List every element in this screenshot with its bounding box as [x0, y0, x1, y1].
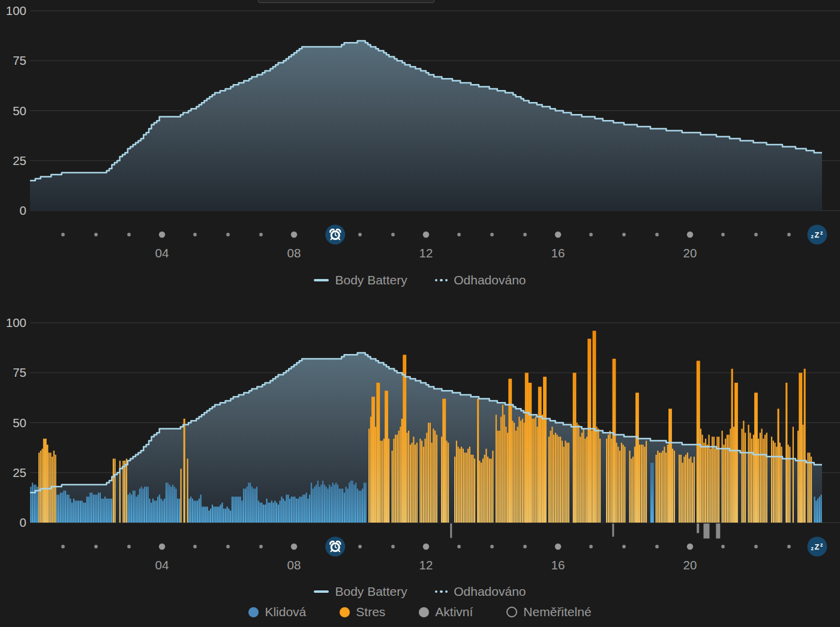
y-axis-label: 50	[13, 104, 26, 118]
hour-dot	[423, 232, 429, 238]
hour-labels: 0408121620	[155, 558, 697, 572]
activity-markers	[450, 524, 720, 539]
hour-dot	[291, 544, 297, 550]
hour-dot	[622, 545, 626, 548]
legend-label-body-battery: Body Battery	[335, 273, 407, 287]
sleep-zzz-icon: zZz	[808, 225, 827, 245]
hour-dot	[457, 233, 461, 236]
hour-dot	[127, 233, 131, 236]
hour-label: 08	[287, 246, 301, 260]
legend-item-body-battery: Body Battery	[314, 273, 407, 287]
estimated-dotted-swatch	[435, 279, 448, 282]
body-battery-line-swatch	[314, 279, 329, 281]
hour-dot	[687, 232, 693, 238]
svg-text:Z: Z	[815, 230, 820, 239]
hour-dot	[622, 233, 626, 236]
alarm-clock-icon	[325, 537, 345, 557]
stress-type-legend: Klidová Stres Aktivní Neměřitelné	[0, 605, 840, 619]
stress-chart[interactable]: 10075502500408121620zZz	[0, 312, 840, 579]
hour-dot	[490, 233, 494, 236]
hour-dot	[226, 545, 230, 548]
hour-dots-row	[61, 544, 791, 550]
body-battery-area	[30, 353, 822, 523]
hour-dot	[655, 545, 659, 548]
hour-dot	[655, 233, 659, 236]
svg-text:z: z	[820, 230, 823, 236]
body-battery-chart[interactable]: 10075502500408121620zZz	[0, 0, 840, 267]
legend-item-body-battery: Body Battery	[314, 584, 407, 599]
y-axis-label: 25	[13, 154, 26, 167]
hour-dot	[589, 233, 593, 236]
hour-dot	[291, 232, 297, 238]
hour-dot	[391, 545, 395, 548]
hour-dot	[787, 545, 791, 548]
unmeasurable-circle-icon	[506, 607, 517, 617]
hour-labels: 0408121620	[155, 246, 697, 260]
y-axis-label: 100	[6, 4, 26, 17]
y-axis-label: 25	[13, 466, 26, 479]
hour-dot	[589, 545, 593, 548]
legend-label-estimated: Odhadováno	[454, 273, 526, 287]
hour-dot	[127, 545, 131, 548]
legend-label-rest: Klidová	[265, 605, 306, 619]
y-axis-label: 50	[13, 416, 26, 430]
svg-text:Z: Z	[815, 542, 820, 551]
hour-label: 04	[155, 558, 169, 572]
hour-label: 16	[551, 558, 565, 572]
hour-dot	[193, 233, 197, 236]
y-axis-label: 75	[13, 365, 26, 379]
legend-item-estimated: Odhadováno	[435, 584, 526, 599]
hour-dot	[358, 545, 362, 548]
hour-label: 04	[155, 246, 169, 260]
hour-dot	[159, 232, 165, 238]
hour-dot	[555, 544, 561, 550]
alarm-clock-icon	[325, 225, 345, 245]
hour-dot	[490, 545, 494, 548]
hour-dots-row	[61, 232, 791, 238]
legend-item-estimated: Odhadováno	[435, 273, 526, 287]
y-axis-label: 100	[6, 316, 26, 329]
hour-label: 08	[287, 558, 301, 572]
hour-dot	[94, 233, 98, 236]
legend-item-rest: Klidová	[248, 605, 306, 619]
legend-label-unmeasurable: Neměřitelné	[523, 605, 591, 619]
svg-text:z: z	[811, 233, 814, 239]
estimated-dotted-swatch	[435, 590, 448, 593]
hour-dot	[523, 545, 527, 548]
legend-item-unmeasurable: Neměřitelné	[506, 605, 591, 619]
hour-label: 12	[419, 246, 433, 260]
sleep-zzz-icon: zZz	[808, 537, 827, 557]
hour-dot	[754, 233, 758, 236]
hour-label: 20	[683, 246, 697, 260]
hour-dot	[754, 545, 758, 548]
active-dot-icon	[419, 607, 429, 617]
hour-dot	[159, 544, 165, 550]
svg-text:z: z	[820, 542, 823, 548]
hour-label: 20	[683, 558, 697, 572]
y-axis-label: 75	[13, 53, 26, 67]
hour-dot	[94, 545, 98, 548]
hour-dot	[721, 233, 725, 236]
hour-dot	[61, 545, 65, 548]
stress-chart-line-legend: Body Battery Odhadováno	[0, 584, 840, 599]
hour-dot	[457, 545, 461, 548]
hour-dot	[787, 233, 791, 236]
y-axis-labels: 1007550250	[6, 316, 26, 529]
legend-label-body-battery: Body Battery	[335, 584, 407, 599]
body-battery-line-swatch	[314, 590, 329, 593]
legend-label-active: Aktivní	[435, 605, 473, 619]
hour-dot	[193, 545, 197, 548]
hour-label: 16	[551, 246, 565, 260]
y-axis-label: 0	[20, 515, 26, 529]
body-battery-legend: Body Battery Odhadováno	[0, 273, 840, 287]
hour-dot	[61, 233, 65, 236]
legend-label-stress: Stres	[356, 605, 385, 619]
hour-dot	[555, 232, 561, 238]
rest-dot-icon	[248, 607, 259, 617]
y-axis-labels: 1007550250	[6, 4, 26, 217]
y-axis-label: 0	[20, 203, 26, 217]
hour-label: 12	[419, 558, 433, 572]
hour-dot	[259, 233, 263, 236]
hour-dot	[358, 233, 362, 236]
legend-item-stress: Stres	[340, 605, 385, 619]
